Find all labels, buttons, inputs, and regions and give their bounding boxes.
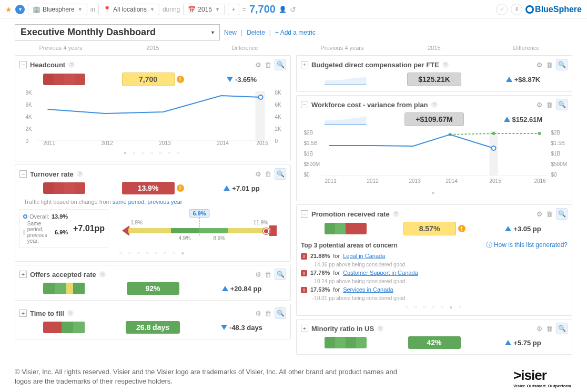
gear-icon[interactable]: ⚙ <box>537 101 543 109</box>
gear-icon[interactable]: ⚙ <box>537 61 543 69</box>
magnify-icon[interactable]: 🔍 <box>556 59 568 70</box>
collapse-icon[interactable]: − <box>19 61 27 68</box>
org-selector[interactable]: 🏢 Bluesphere ▼ <box>28 4 87 15</box>
footer-text: © Visier, Inc. All rights reserved. Visi… <box>15 367 409 386</box>
concern-item: !17.76% for Customer Support in Canada <box>301 269 568 277</box>
svg-text:$2B: $2B <box>304 130 313 136</box>
help-icon[interactable]: ? <box>442 61 449 68</box>
chevron-down-icon[interactable]: ▾ <box>15 5 25 14</box>
help-icon[interactable]: ? <box>377 325 383 332</box>
gear-icon[interactable]: ⚙ <box>255 310 261 317</box>
svg-text:8K: 8K <box>275 90 282 96</box>
kpi-value: 7,700 <box>122 73 175 86</box>
expand-icon[interactable]: + <box>301 61 308 68</box>
ring-icon <box>525 5 534 14</box>
kpi-change: -3.65% <box>235 76 257 84</box>
alert-icon: ! <box>301 270 307 276</box>
gear-icon[interactable]: ⚙ <box>255 271 261 278</box>
collapse-icon[interactable]: − <box>301 101 308 108</box>
pagination-dots[interactable]: ● <box>301 188 568 198</box>
gear-icon[interactable]: ⚙ <box>537 210 543 218</box>
pagination-dots[interactable]: ● ○ ○ ○ ○ ○ ○ <box>19 148 286 158</box>
topbar: ★ ▾ 🏢 Bluesphere ▼ in 📍 All locations ▼ … <box>0 0 587 19</box>
gear-icon[interactable]: ⚙ <box>255 170 261 178</box>
help-icon[interactable]: ? <box>68 61 75 68</box>
dashboard-selector[interactable]: Executive Monthly Dashboard ▾ <box>15 24 220 40</box>
trash-icon[interactable]: 🗑 <box>546 325 553 333</box>
note-link[interactable]: same period, previous year <box>113 199 183 205</box>
wfc-chart: $2B$1.5B$1B$500M$0 $2B$1.5B$1B$500M$0 20… <box>301 128 568 186</box>
magnify-icon[interactable]: 🔍 <box>275 307 286 319</box>
concern-link[interactable]: Legal in Canada <box>343 253 385 259</box>
location-selector[interactable]: 📍 All locations ▼ <box>98 4 159 15</box>
magnify-icon[interactable]: 🔍 <box>556 323 568 334</box>
magnify-icon[interactable]: 🔍 <box>275 168 286 180</box>
trash-icon[interactable]: 🗑 <box>546 210 553 218</box>
magnify-icon[interactable]: 🔍 <box>556 99 568 110</box>
svg-text:6K: 6K <box>275 102 282 108</box>
loc-label: All locations <box>113 6 147 13</box>
collapse-icon[interactable]: − <box>301 210 308 218</box>
expand-icon[interactable]: + <box>19 310 27 317</box>
svg-text:2016: 2016 <box>534 178 546 184</box>
kpi-change: +5.75 pp <box>513 339 541 347</box>
help-icon[interactable]: ? <box>393 211 399 217</box>
add-filter-button[interactable]: + <box>228 4 239 15</box>
equals-label: = <box>242 6 246 13</box>
star-icon[interactable]: ★ <box>5 5 12 14</box>
segment-prev <box>325 223 367 234</box>
up-icon <box>224 185 230 191</box>
svg-text:2015: 2015 <box>257 140 269 146</box>
trash-icon[interactable]: 🗑 <box>265 61 271 69</box>
expand-icon[interactable]: + <box>301 325 308 332</box>
clock-icon[interactable]: ✓ <box>496 4 508 15</box>
help-icon[interactable]: ? <box>431 101 438 108</box>
up-icon <box>505 226 511 231</box>
svg-point-32 <box>538 132 541 135</box>
trash-icon[interactable]: 🗑 <box>265 170 271 178</box>
card-title: Turnover rate <box>30 170 74 178</box>
headcount-chart: 8K6K4K2K0 8K6K4K2K0 20112012201320142015 <box>19 88 286 146</box>
trash-icon[interactable]: 🗑 <box>265 310 271 317</box>
magnify-icon[interactable]: 🔍 <box>275 59 286 70</box>
svg-text:$1B: $1B <box>551 151 561 157</box>
how-link[interactable]: How is this list generated? <box>494 241 568 249</box>
svg-text:$500M: $500M <box>304 161 320 167</box>
pagination-dots[interactable]: ○ ○ ○ ○ ○ ○ ○ ● <box>19 248 286 258</box>
magnify-icon[interactable]: 🔍 <box>275 269 286 280</box>
gear-icon[interactable]: ⚙ <box>537 325 543 333</box>
kpi-change: -48.3 days <box>229 324 262 332</box>
new-button[interactable]: New <box>224 29 237 36</box>
trash-icon[interactable]: 🗑 <box>265 271 271 278</box>
magnify-icon[interactable]: 🔍 <box>556 208 568 220</box>
brand-logo: BlueSphere <box>525 5 582 14</box>
kpi-change: +7.01 pp <box>232 184 259 192</box>
summary-box: Overall: 13.9% Same period, previous yea… <box>19 209 108 248</box>
concern-link[interactable]: Services in Canada <box>343 286 393 293</box>
svg-text:$0: $0 <box>304 172 310 178</box>
collapse-icon[interactable]: − <box>19 170 27 178</box>
year-selector[interactable]: 📅 2015 ▼ <box>183 4 225 15</box>
kpi-value: +$109.67M <box>404 112 463 126</box>
trash-icon[interactable]: 🗑 <box>546 101 553 109</box>
svg-text:4K: 4K <box>275 114 282 120</box>
add-metric-button[interactable]: + Add a metric <box>275 29 316 36</box>
caret-icon: ▾ <box>211 29 214 35</box>
visier-wordmark: >isier <box>513 367 572 384</box>
trash-icon[interactable]: 🗑 <box>546 61 553 69</box>
expand-icon[interactable]: + <box>19 271 27 278</box>
help-icon[interactable]: ? <box>77 171 83 177</box>
help-icon[interactable]: ? <box>67 310 74 316</box>
delete-button[interactable]: Delete <box>247 29 265 36</box>
svg-text:2013: 2013 <box>409 178 421 184</box>
card-turnover: − Turnover rate ? ⚙ 🗑 🔍 13.9%! +7.01 pp … <box>15 164 291 262</box>
help-icon[interactable]: ? <box>99 271 106 277</box>
pagination-dots[interactable]: ○ ○ ○ ○ ○ ● ○ <box>301 302 568 312</box>
concern-link[interactable]: Customer Support in Canada <box>343 270 418 276</box>
download-icon[interactable]: ⬇ <box>511 4 522 15</box>
card-wfc: − Workforce cost - variance from plan ? … <box>296 95 572 201</box>
gear-icon[interactable]: ⚙ <box>255 61 261 69</box>
undo-icon[interactable]: ↺ <box>290 5 296 14</box>
pin-icon: 📍 <box>103 6 111 13</box>
hdr-cur: 2015 <box>107 45 199 51</box>
